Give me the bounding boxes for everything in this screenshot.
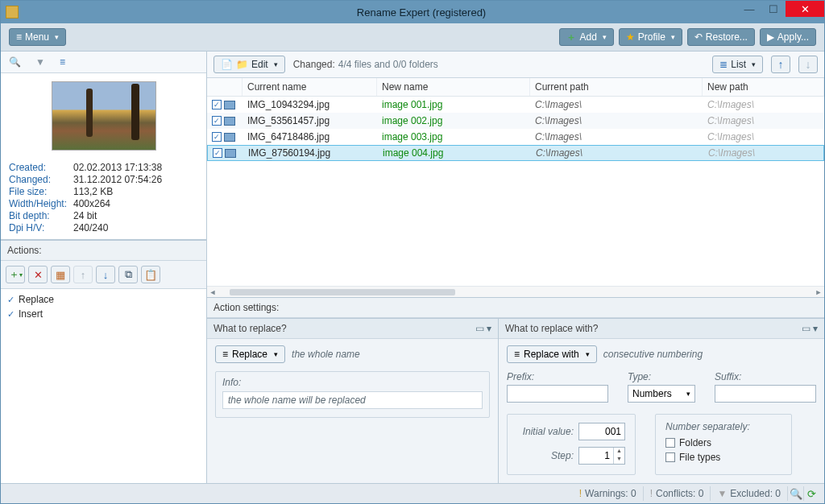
preview-thumbnail bbox=[52, 81, 156, 151]
chevron-down-icon: ▾ bbox=[752, 60, 756, 68]
replace-mode-button[interactable]: ≡ Replace ▾ bbox=[215, 345, 285, 363]
add-button[interactable]: ＋ Add ▾ bbox=[559, 28, 613, 46]
wh-value: 400x264 bbox=[73, 198, 110, 209]
image-file-icon bbox=[225, 149, 236, 158]
excluded-status[interactable]: ▼Excluded: 0 bbox=[710, 486, 787, 501]
filter-icon: ▼ bbox=[717, 488, 727, 499]
action-item-insert[interactable]: ✓ Insert bbox=[1, 307, 206, 321]
new-name-cell: image 003.jpg bbox=[377, 131, 530, 143]
replace-with-button[interactable]: ≡ Replace with ▾ bbox=[507, 345, 597, 363]
prefix-input[interactable] bbox=[507, 385, 608, 403]
folders-checkbox-row[interactable]: Folders bbox=[665, 437, 781, 448]
new-name-cell: image 004.jpg bbox=[378, 147, 531, 159]
clear-actions-button[interactable]: ▦ bbox=[51, 266, 70, 283]
initial-value-input[interactable]: 001 bbox=[578, 423, 625, 440]
copy-button[interactable]: 📋 bbox=[141, 266, 160, 283]
maximize-button[interactable]: ☐ bbox=[761, 1, 786, 17]
current-name-cell: IMG_64718486.jpg bbox=[243, 131, 377, 143]
refresh-button[interactable]: ⟳ bbox=[803, 486, 819, 501]
duplicate-button[interactable]: ⧉ bbox=[118, 266, 138, 283]
list-icon[interactable]: ≡ bbox=[60, 56, 65, 68]
wh-label: Width/Height: bbox=[9, 198, 73, 209]
table-row[interactable]: ✓IMG_87560194.jpgimage 004.jpgC:\Images\… bbox=[207, 145, 824, 161]
action-item-replace[interactable]: ✓ Replace bbox=[1, 292, 206, 307]
current-name-cell: IMG_87560194.jpg bbox=[243, 147, 378, 159]
titlebar: Rename Expert (registered) — ☐ ✕ bbox=[1, 1, 824, 23]
conflict-icon: ! bbox=[650, 488, 653, 499]
row-checkbox[interactable]: ✓ bbox=[212, 100, 222, 109]
move-up-button[interactable]: ↑ bbox=[73, 266, 93, 283]
chevron-down-icon[interactable]: ▾ bbox=[487, 323, 491, 334]
current-path-cell: C:\Images\ bbox=[530, 115, 703, 126]
replace-desc: the whole name bbox=[292, 349, 360, 360]
sort-up-button[interactable]: ↑ bbox=[771, 56, 790, 73]
size-label: File size: bbox=[9, 186, 73, 197]
window-icon[interactable]: ▭ bbox=[475, 323, 484, 334]
move-down-button[interactable]: ↓ bbox=[96, 266, 115, 283]
row-checkbox[interactable]: ✓ bbox=[212, 132, 222, 142]
chevron-down-icon: ▾ bbox=[586, 350, 590, 358]
filter-icon[interactable]: ▼ bbox=[35, 56, 45, 68]
add-action-button[interactable]: ＋▾ bbox=[6, 266, 25, 283]
search-icon[interactable]: 🔍 bbox=[9, 56, 21, 68]
filetypes-checkbox-row[interactable]: File types bbox=[665, 452, 781, 463]
main-toolbar: ≡ Menu ▾ ＋ Add ▾ ★ Profile ▾ ↶ Restore..… bbox=[1, 23, 824, 52]
restore-button[interactable]: ↶ Restore... bbox=[687, 28, 755, 46]
new-path-cell: C:\Images\ bbox=[703, 99, 824, 110]
remove-action-button[interactable]: ✕ bbox=[28, 266, 48, 283]
table-row[interactable]: ✓IMG_64718486.jpgimage 003.jpgC:\Images\… bbox=[207, 129, 824, 145]
col-current-path[interactable]: Current path bbox=[530, 78, 703, 96]
type-value: Numbers bbox=[632, 388, 672, 399]
restore-label: Restore... bbox=[706, 31, 748, 43]
chevron-down-icon[interactable]: ▾ bbox=[813, 323, 818, 334]
type-select[interactable]: Numbers ▾ bbox=[628, 385, 695, 403]
checkbox-icon bbox=[665, 438, 675, 448]
what-replace-title: What to replace? bbox=[214, 323, 287, 334]
close-button[interactable]: ✕ bbox=[786, 1, 824, 17]
step-input[interactable]: 1▲▼ bbox=[578, 447, 625, 465]
current-path-cell: C:\Images\ bbox=[530, 99, 703, 110]
suffix-label: Suffix: bbox=[715, 371, 816, 382]
suffix-input[interactable] bbox=[715, 385, 816, 403]
horizontal-scrollbar[interactable]: ◄ ► bbox=[207, 286, 824, 297]
undo-icon: ↶ bbox=[694, 31, 703, 43]
row-checkbox[interactable]: ✓ bbox=[212, 116, 222, 126]
actions-toolbar: ＋▾ ✕ ▦ ↑ ↓ ⧉ 📋 bbox=[1, 261, 206, 289]
window-icon[interactable]: ▭ bbox=[802, 323, 810, 334]
new-path-cell: C:\Images\ bbox=[703, 131, 824, 143]
list-view-button[interactable]: ≣ List ▾ bbox=[712, 56, 763, 73]
profile-button[interactable]: ★ Profile ▾ bbox=[619, 28, 682, 46]
statusbar: !Warnings: 0 !Conflicts: 0 ▼Excluded: 0 … bbox=[1, 483, 824, 503]
changed-label: Changed: bbox=[9, 174, 73, 185]
apply-button[interactable]: ▶ Apply... bbox=[760, 28, 816, 46]
info-text: the whole name will be replaced bbox=[222, 391, 483, 409]
check-icon: ✓ bbox=[7, 295, 15, 305]
warnings-status[interactable]: !Warnings: 0 bbox=[573, 486, 643, 501]
table-row[interactable]: ✓IMG_53561457.jpgimage 002.jpgC:\Images\… bbox=[207, 113, 824, 129]
sort-down-button[interactable]: ↓ bbox=[798, 56, 818, 73]
col-new-name[interactable]: New name bbox=[377, 78, 530, 96]
edit-button[interactable]: 📄 📁 Edit ▾ bbox=[214, 56, 285, 73]
menu-button[interactable]: ≡ Menu ▾ bbox=[9, 28, 66, 46]
preview-toolbar: 🔍 ▼ ≡ bbox=[1, 52, 206, 73]
col-current-name[interactable]: Current name bbox=[243, 78, 377, 96]
star-icon: ★ bbox=[626, 31, 635, 43]
table-row[interactable]: ✓IMG_10943294.jpgimage 001.jpgC:\Images\… bbox=[207, 97, 824, 113]
minimize-button[interactable]: — bbox=[737, 1, 761, 17]
action-label: Insert bbox=[19, 308, 43, 320]
step-label: Step: bbox=[517, 450, 574, 461]
actions-list: ✓ Replace ✓ Insert bbox=[1, 289, 206, 483]
conflicts-status[interactable]: !Conflicts: 0 bbox=[643, 486, 711, 501]
window-title: Rename Expert (registered) bbox=[19, 6, 824, 19]
find-button[interactable]: 🔍 bbox=[787, 486, 803, 501]
col-new-path[interactable]: New path bbox=[703, 78, 824, 96]
checkbox-icon bbox=[665, 452, 675, 462]
chevron-down-icon: ▾ bbox=[55, 33, 59, 41]
warning-icon: ! bbox=[579, 488, 582, 499]
row-checkbox[interactable]: ✓ bbox=[213, 148, 222, 158]
type-label: Type: bbox=[628, 371, 695, 382]
chevron-down-icon: ▾ bbox=[274, 350, 278, 358]
image-file-icon bbox=[224, 101, 235, 109]
check-icon: ✓ bbox=[7, 309, 15, 320]
action-label: Replace bbox=[19, 294, 54, 305]
